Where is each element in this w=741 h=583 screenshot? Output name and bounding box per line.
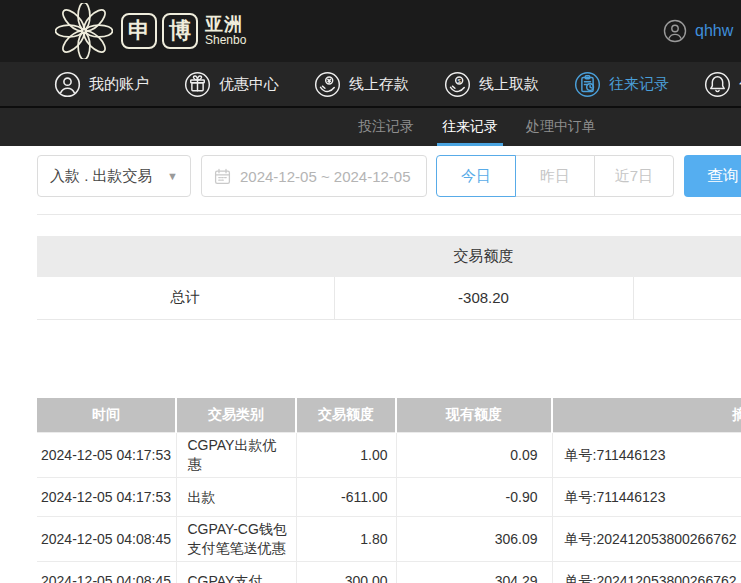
nav-label: 往来记录 <box>609 75 669 94</box>
deposit-icon <box>314 71 341 98</box>
table-row: 2024-12-05 04:17:53 出款 -611.00 -0.90 单号:… <box>37 478 741 517</box>
cell-amount: 1.80 <box>296 517 396 562</box>
cell-type: CGPAY-CG钱包支付笔笔送优惠 <box>176 517 296 562</box>
svg-text:$: $ <box>457 76 461 83</box>
main-nav: 我的账户 优惠中心 线上存款 <box>0 62 741 108</box>
logo-char-2: 博 <box>162 13 198 49</box>
top-bar: 申 博 亚洲 Shenbo qhhw <box>0 0 741 62</box>
cell-time: 2024-12-05 04:08:45 <box>37 562 176 583</box>
cell-type: CGPAY支付 <box>176 562 296 583</box>
tab-betting-records[interactable]: 投注记录 <box>358 108 414 146</box>
user-account[interactable]: qhhw <box>663 0 733 62</box>
cell-type: 出款 <box>176 478 296 517</box>
tab-label: 投注记录 <box>358 118 414 136</box>
logo-subtitle: Shenbo <box>205 34 246 47</box>
section-divider <box>37 214 741 215</box>
table-row: 2024-12-05 04:08:45 CGPAY支付 300.00 304.2… <box>37 562 741 583</box>
cell-summary: 单号:711446123 <box>552 478 741 517</box>
cell-summary: 单号:202412053800266762 <box>552 562 741 583</box>
page: 申 博 亚洲 Shenbo qhhw 我的账户 <box>0 0 741 583</box>
logo-region: 亚洲 <box>205 15 246 34</box>
nav-item-deposit[interactable]: 线上存款 <box>314 71 409 98</box>
nav-item-messages[interactable]: 信息 <box>704 71 741 98</box>
cell-time: 2024-12-05 04:08:45 <box>37 517 176 562</box>
sub-tab-bar: 投注记录 往来记录 处理中订单 <box>0 108 741 146</box>
today-button[interactable]: 今日 <box>436 155 516 197</box>
nav-item-my-account[interactable]: 我的账户 <box>54 71 149 98</box>
cell-amount: -611.00 <box>296 478 396 517</box>
tab-transaction-records[interactable]: 往来记录 <box>442 108 498 146</box>
cell-balance: -0.90 <box>396 478 552 517</box>
cell-time: 2024-12-05 04:17:53 <box>37 478 176 517</box>
filter-row: 入款 . 出款交易 ▼ 2024-12-05 ~ 2024-12-05 今日 昨… <box>37 155 741 197</box>
username: qhhw <box>695 22 733 40</box>
calendar-icon <box>214 168 231 185</box>
summary-header-empty <box>633 236 741 277</box>
bell-icon <box>704 71 731 98</box>
table-row: 2024-12-05 04:08:45 CGPAY-CG钱包支付笔笔送优惠 1.… <box>37 517 741 562</box>
cell-balance: 304.29 <box>396 562 552 583</box>
cell-balance: 306.09 <box>396 517 552 562</box>
col-header-time: 时间 <box>37 398 176 433</box>
yesterday-button[interactable]: 昨日 <box>515 155 595 197</box>
user-icon <box>54 71 81 98</box>
cell-time: 2024-12-05 04:17:53 <box>37 433 176 478</box>
last-7-days-button[interactable]: 近7日 <box>594 155 674 197</box>
col-header-type: 交易类别 <box>176 398 296 433</box>
content-area: 入款 . 出款交易 ▼ 2024-12-05 ~ 2024-12-05 今日 昨… <box>0 155 741 583</box>
nav-item-promotions[interactable]: 优惠中心 <box>184 71 279 98</box>
summary-header-amount: 交易额度 <box>334 236 633 277</box>
summary-header-row: 交易额度 <box>37 236 741 277</box>
cell-amount: 300.00 <box>296 562 396 583</box>
search-button[interactable]: 查询 <box>684 155 741 197</box>
flower-logo-icon <box>55 3 113 59</box>
chevron-down-icon: ▼ <box>167 170 178 182</box>
nav-label: 线上取款 <box>479 75 539 94</box>
date-range-input[interactable]: 2024-12-05 ~ 2024-12-05 <box>201 155 427 197</box>
logo-char-1: 申 <box>121 13 157 49</box>
summary-total-value: -308.20 <box>334 277 633 319</box>
date-range-value: 2024-12-05 ~ 2024-12-05 <box>240 168 411 185</box>
cell-type: CGPAY出款优惠 <box>176 433 296 478</box>
table-row: 2024-12-05 04:17:53 CGPAY出款优惠 1.00 0.09 … <box>37 433 741 478</box>
nav-item-transaction-records[interactable]: 往来记录 <box>574 71 669 98</box>
gift-icon <box>184 71 211 98</box>
brand-logo[interactable]: 申 博 亚洲 Shenbo <box>55 3 246 59</box>
records-icon <box>574 71 601 98</box>
user-avatar-icon <box>663 19 687 43</box>
summary-header-empty <box>37 236 334 277</box>
select-value: 入款 . 出款交易 <box>50 167 153 186</box>
transactions-table: 时间 交易类别 交易额度 现有额度 摘要 2024-12-05 04:17:53… <box>37 398 741 583</box>
summary-total-label: 总计 <box>37 277 334 319</box>
cell-summary: 单号:711446123 <box>552 433 741 478</box>
nav-item-withdraw[interactable]: $ 线上取款 <box>444 71 539 98</box>
summary-table: 交易额度 总计 -308.20 <box>37 236 741 320</box>
transaction-type-select[interactable]: 入款 . 出款交易 ▼ <box>37 155 191 197</box>
cell-summary: 单号:202412053800266762 <box>552 517 741 562</box>
col-header-summary: 摘要 <box>552 398 741 433</box>
cell-amount: 1.00 <box>296 433 396 478</box>
tab-label: 往来记录 <box>442 118 498 136</box>
summary-empty-cell <box>633 277 741 319</box>
tab-pending-orders[interactable]: 处理中订单 <box>526 108 596 146</box>
col-header-balance: 现有额度 <box>396 398 552 433</box>
cell-balance: 0.09 <box>396 433 552 478</box>
nav-label: 我的账户 <box>89 75 149 94</box>
logo-wordmark: 亚洲 Shenbo <box>205 15 246 46</box>
table-header-row: 时间 交易类别 交易额度 现有额度 摘要 <box>37 398 741 433</box>
nav-label: 线上存款 <box>349 75 409 94</box>
summary-total-row: 总计 -308.20 <box>37 277 741 319</box>
quick-date-buttons: 今日 昨日 近7日 <box>436 155 674 197</box>
tab-label: 处理中订单 <box>526 118 596 136</box>
col-header-amount: 交易额度 <box>296 398 396 433</box>
withdraw-icon: $ <box>444 71 471 98</box>
nav-label: 优惠中心 <box>219 75 279 94</box>
